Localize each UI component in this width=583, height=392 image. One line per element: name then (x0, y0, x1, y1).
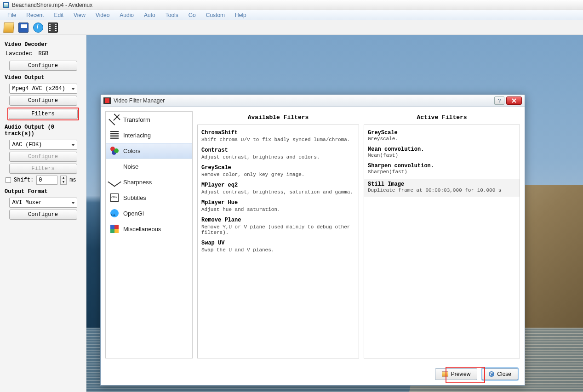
active-filters-heading: Active Filters (364, 111, 520, 125)
category-label: Subtitles (123, 194, 146, 201)
menu-auto[interactable]: Auto (139, 11, 160, 19)
category-sharpness[interactable]: Sharpness (106, 174, 192, 190)
menubar: File Recent Edit View Video Audio Auto T… (0, 10, 583, 20)
filter-sub: Duplicate frame at 00:00:03,000 for 10.0… (368, 187, 516, 193)
close-button[interactable]: Close (482, 368, 518, 380)
preview-label: Preview (451, 371, 471, 377)
audio-output-value: AAC (FDK) (12, 142, 42, 148)
menu-view[interactable]: View (69, 11, 90, 19)
calculator-icon[interactable] (48, 23, 58, 33)
category-interlacing[interactable]: Interlacing (106, 127, 192, 143)
audio-output-title: Audio Output (0 track(s)) (5, 124, 81, 137)
audio-configure-button: Configure (9, 152, 77, 162)
save-icon[interactable] (18, 23, 29, 33)
available-filter-item[interactable]: MPlayer eq2Adjust contrast, brightness, … (201, 182, 355, 195)
category-label: Colors (123, 148, 141, 154)
app-icon (3, 2, 9, 8)
close-label: Close (497, 371, 511, 377)
active-filters-list: GreyScaleGreyscale. Mean convolution.Mea… (364, 125, 520, 358)
category-label: Miscellaneous (123, 226, 161, 233)
dialog-titlebar[interactable]: Video Filter Manager ? (101, 95, 525, 107)
help-button[interactable]: ? (494, 97, 504, 105)
sidebar: Video Decoder Lavcodec RGB Configure Vid… (0, 35, 86, 392)
transform-icon (109, 114, 120, 125)
available-filters-heading: Available Filters (197, 111, 359, 125)
category-miscellaneous[interactable]: Miscellaneous (106, 221, 192, 237)
shift-checkbox[interactable] (6, 177, 11, 183)
available-filter-item[interactable]: ContrastAdjust contrast, brightness and … (201, 147, 355, 160)
category-noise[interactable]: Noise (106, 159, 192, 174)
video-output-configure-button[interactable]: Configure (9, 96, 77, 106)
active-filter-item[interactable]: Still ImageDuplicate frame at 00:00:03,0… (364, 179, 520, 197)
menu-edit[interactable]: Edit (49, 11, 68, 19)
video-output-title: Video Output (5, 74, 81, 81)
filter-name: ChromaShift (201, 130, 355, 136)
filter-sub: Sharpen(fast) (368, 169, 516, 175)
opengl-icon (110, 209, 119, 217)
menu-recent[interactable]: Recent (22, 11, 48, 19)
info-icon[interactable] (33, 23, 43, 33)
audio-filters-button: Filters (9, 164, 77, 174)
preview-button[interactable]: Preview (435, 368, 478, 380)
filter-name: Mplayer Hue (201, 199, 355, 206)
available-filters-list: ChromaShiftShift chroma U/V to fix badly… (197, 125, 359, 358)
filter-name: Contrast (201, 147, 355, 153)
shift-input[interactable] (36, 176, 57, 185)
misc-icon (110, 225, 119, 233)
menu-video[interactable]: Video (91, 11, 114, 19)
filter-name: GreyScale (368, 130, 516, 136)
dialog-title: Video Filter Manager (114, 97, 165, 104)
video-filters-button[interactable]: Filters (9, 109, 78, 119)
filter-name: MPlayer eq2 (201, 182, 355, 188)
output-format-select[interactable]: AVI Muxer (9, 198, 77, 208)
open-icon[interactable] (3, 23, 14, 33)
active-filter-item[interactable]: Sharpen convolution.Sharpen(fast) (368, 163, 516, 175)
filter-desc: Remove color, only key grey image. (201, 172, 355, 177)
chevron-down-icon (71, 202, 75, 204)
interlacing-icon (110, 131, 119, 139)
filter-name: Still Image (368, 181, 516, 187)
menu-audio[interactable]: Audio (115, 11, 138, 19)
shift-spinner[interactable]: ▲▼ (60, 176, 67, 185)
menu-help[interactable]: Help (230, 11, 251, 19)
category-opengl[interactable]: OpenGl (106, 205, 192, 221)
filters-highlight: Filters (7, 108, 79, 120)
active-filter-item[interactable]: GreyScaleGreyscale. (368, 130, 516, 142)
colors-icon (110, 147, 119, 155)
filter-name: GreyScale (201, 165, 355, 171)
available-filter-item[interactable]: GreyScaleRemove color, only key grey ima… (201, 165, 355, 177)
filter-desc: Remove Y,U or V plane (used mainly to de… (201, 224, 355, 235)
filter-desc: Adjust contrast, brightness and colors. (201, 154, 355, 160)
video-decoder-title: Video Decoder (5, 41, 81, 48)
filter-desc: Swap the U and V planes. (201, 247, 355, 253)
menu-tools[interactable]: Tools (161, 11, 183, 19)
category-label: Transform (123, 116, 150, 123)
dialog-close-button[interactable] (506, 97, 522, 105)
filter-categories: Transform Interlacing Colors Noise Sharp… (105, 111, 193, 358)
chevron-down-icon (71, 144, 75, 146)
menu-file[interactable]: File (3, 11, 21, 19)
filter-name: Swap UV (201, 240, 355, 246)
filter-name: Sharpen convolution. (368, 163, 516, 169)
menu-custom[interactable]: Custom (201, 11, 229, 19)
available-filter-item[interactable]: Remove PlaneRemove Y,U or V plane (used … (201, 217, 355, 235)
video-output-value: Mpeg4 AVC (x264) (12, 85, 65, 92)
category-colors[interactable]: Colors (106, 143, 192, 159)
shift-unit: ms (69, 177, 76, 183)
available-filter-item[interactable]: Swap UVSwap the U and V planes. (201, 240, 355, 253)
active-filter-item[interactable]: Mean convolution.Mean(fast) (368, 146, 516, 158)
noise-icon (110, 162, 119, 170)
category-subtitles[interactable]: Subtitles (106, 190, 192, 205)
video-output-select[interactable]: Mpeg4 AVC (x264) (9, 84, 77, 94)
output-format-configure-button[interactable]: Configure (9, 210, 77, 220)
available-filter-item[interactable]: Mplayer HueAdjust hue and saturation. (201, 199, 355, 212)
category-label: OpenGl (123, 210, 144, 217)
chevron-down-icon (71, 88, 75, 90)
titlebar: BeachandShore.mp4 - Avidemux (0, 0, 583, 10)
audio-output-select[interactable]: AAC (FDK) (9, 140, 77, 150)
available-filter-item[interactable]: ChromaShiftShift chroma U/V to fix badly… (201, 130, 355, 142)
category-transform[interactable]: Transform (106, 112, 192, 127)
menu-go[interactable]: Go (184, 11, 200, 19)
shift-label: Shift: (14, 177, 34, 183)
decoder-configure-button[interactable]: Configure (9, 61, 77, 71)
